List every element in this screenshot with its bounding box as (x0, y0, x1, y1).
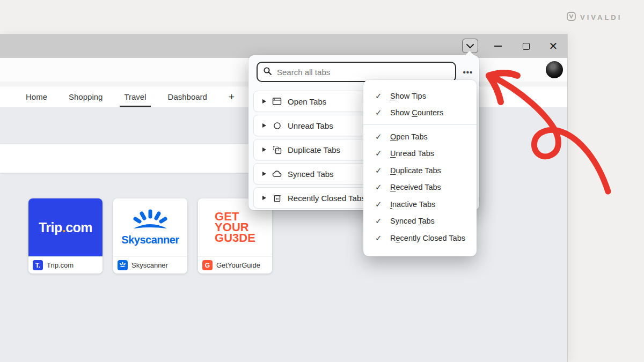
tile-footer: T. Trip.com (28, 256, 103, 274)
search-all-tabs-field[interactable] (257, 62, 456, 82)
close-button[interactable]: ✕ (546, 39, 560, 53)
window-icon (272, 97, 282, 106)
checkmark-icon: ✓ (375, 166, 390, 175)
menu-item-unread-tabs[interactable]: ✓ Unread Tabs (363, 145, 477, 162)
tile-label: GetYourGuide (216, 261, 260, 269)
maximize-button[interactable] (519, 40, 532, 53)
vivaldi-brand-text: VIVALDI (580, 13, 622, 21)
menu-item-label: Inactive Tabs (390, 200, 435, 209)
speed-dial-grid: Trip.com T. Trip.com Skyscanner Skyscann… (28, 198, 272, 274)
checkmark-icon: ✓ (375, 91, 390, 101)
popup-notch (465, 51, 474, 56)
tile-footer: G GetYourGuide (198, 256, 272, 274)
expand-caret-icon[interactable] (262, 196, 266, 200)
tile-thumbnail: Trip.com (28, 198, 103, 256)
tile-label: Skyscanner (131, 261, 168, 269)
vivaldi-logo-icon (567, 12, 576, 23)
circle-icon (272, 122, 282, 130)
nav-item-shopping[interactable]: Shopping (69, 86, 103, 107)
trip-logo: Trip.com (39, 220, 92, 235)
favicon-skyscanner (118, 260, 128, 270)
nav-item-dashboard[interactable]: Dashboard (168, 86, 207, 107)
tile-footer: Skyscanner (113, 256, 187, 274)
menu-item-label: Show Tips (390, 92, 426, 100)
checkmark-icon: ✓ (375, 216, 390, 226)
duplicate-icon (272, 145, 282, 154)
tab-group-label: Duplicate Tabs (288, 145, 340, 154)
close-icon: ✕ (549, 40, 558, 53)
checkmark-icon: ✓ (375, 233, 390, 243)
menu-item-show-tips[interactable]: ✓ Show Tips (363, 87, 477, 105)
expand-caret-icon[interactable] (262, 147, 266, 152)
menu-item-recently-closed-tabs[interactable]: ✓ Recently Closed Tabs (363, 230, 477, 247)
tab-group-label: Synced Tabs (288, 169, 334, 179)
menu-item-show-counters[interactable]: ✓ Show Counters (363, 105, 477, 122)
titlebar: ✕ (0, 34, 567, 58)
minimize-button[interactable] (492, 40, 504, 53)
menu-item-synced-tabs[interactable]: ✓ Synced Tabs (363, 213, 477, 230)
menu-separator (363, 124, 477, 125)
favicon-trip-com: T. (33, 260, 43, 270)
menu-item-label: Duplicate Tabs (390, 166, 441, 175)
tile-label: Trip.com (47, 261, 74, 269)
chevron-down-icon (466, 41, 474, 51)
expand-caret-icon[interactable] (262, 99, 266, 104)
tab-group-label: Unread Tabs (288, 121, 333, 130)
expand-caret-icon[interactable] (262, 123, 266, 128)
profile-avatar[interactable] (546, 61, 563, 78)
nav-item-travel[interactable]: Travel (124, 86, 146, 107)
menu-item-label: Open Tabs (390, 132, 428, 141)
panel-options-context-menu: ✓ Show Tips✓ Show Counters✓ Open Tabs✓ U… (363, 80, 477, 256)
menu-item-label: Received Tabs (390, 183, 441, 191)
minimize-icon (494, 46, 502, 47)
menu-item-inactive-tabs[interactable]: ✓ Inactive Tabs (363, 196, 477, 213)
tile-thumbnail: Skyscanner (113, 198, 187, 256)
nav-item-home[interactable]: Home (26, 86, 47, 107)
checkmark-icon: ✓ (375, 182, 390, 192)
tab-group-label: Open Tabs (288, 97, 326, 106)
checkmark-icon: ✓ (375, 200, 390, 209)
favicon-getyourguide: G (202, 260, 213, 270)
menu-item-open-tabs[interactable]: ✓ Open Tabs (363, 128, 477, 145)
search-icon (263, 67, 272, 78)
trash-icon (272, 194, 282, 203)
skyscanner-sun-icon (130, 209, 170, 233)
menu-item-received-tabs[interactable]: ✓ Received Tabs (363, 179, 477, 196)
menu-item-label: Recently Closed Tabs (390, 234, 465, 242)
tab-group-label: Recently Closed Tabs (288, 194, 365, 203)
checkmark-icon: ✓ (375, 149, 390, 158)
menu-item-label: Synced Tabs (390, 217, 435, 225)
search-all-tabs-input[interactable] (277, 68, 450, 77)
checkmark-icon: ✓ (375, 108, 390, 117)
add-tab-button[interactable]: + (229, 86, 235, 107)
speed-dial-trip-com[interactable]: Trip.com T. Trip.com (28, 198, 103, 274)
menu-item-label: Show Counters (390, 108, 443, 117)
checkmark-icon: ✓ (375, 132, 390, 142)
panel-more-options-button[interactable]: ••• (461, 65, 475, 79)
speed-dial-skyscanner[interactable]: Skyscanner Skyscanner (113, 198, 187, 274)
vivaldi-brand: VIVALDI (567, 12, 622, 23)
getyourguide-wordmark: GETYOURGU3DE (215, 211, 255, 243)
cloud-icon (272, 170, 282, 178)
maximize-icon (523, 43, 530, 50)
menu-item-duplicate-tabs[interactable]: ✓ Duplicate Tabs (363, 162, 477, 179)
menu-item-label: Unread Tabs (390, 149, 434, 158)
skyscanner-wordmark: Skyscanner (121, 234, 179, 246)
expand-caret-icon[interactable] (262, 172, 266, 176)
